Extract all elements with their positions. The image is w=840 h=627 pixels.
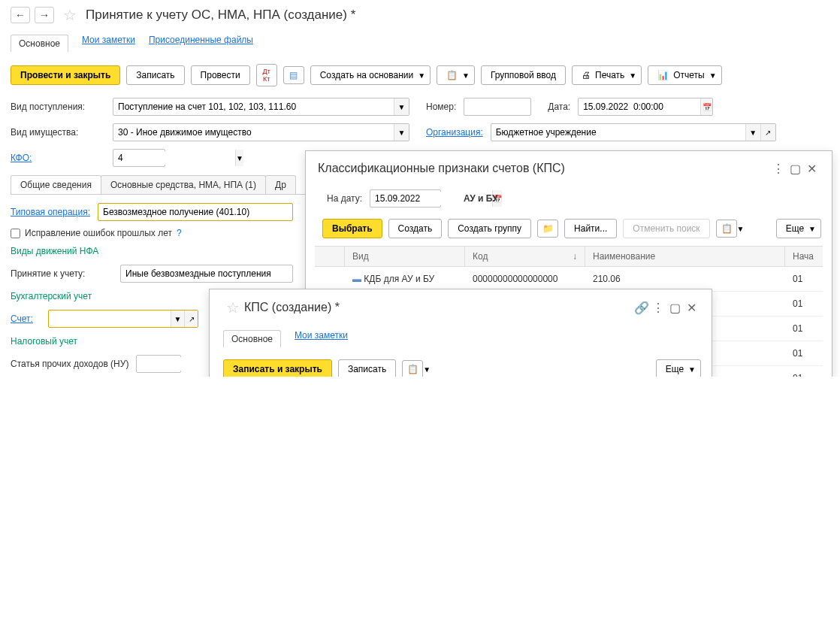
section-tab-general[interactable]: Общие сведения [11, 175, 101, 194]
kfo-dropdown[interactable]: ▼ [235, 150, 243, 166]
property-type-label: Вид имущества: [11, 127, 105, 138]
kps-create-group-button[interactable]: Создать группу [448, 219, 531, 238]
kps-more-button[interactable]: Еще▼ [776, 219, 821, 238]
date-picker[interactable]: 📅 [700, 98, 712, 115]
kps-date-label: На дату: [327, 193, 362, 204]
copy-icon: 📋 [446, 70, 458, 80]
kps-cancel-find-button[interactable]: Отменить поиск [623, 219, 709, 238]
kps-list-title: Классификационные признаки счетов (КПС) [318, 162, 565, 175]
col-type[interactable]: Вид [345, 247, 465, 266]
number-label: Номер: [426, 101, 456, 112]
receipt-type-dropdown[interactable]: ▼ [394, 98, 409, 115]
kps-copy-button[interactable]: 📋▼ [716, 220, 737, 238]
printer-icon: 🖨 [582, 70, 591, 80]
acceptance-label: Принятие к учету: [11, 268, 113, 279]
org-open[interactable]: ↗ [760, 124, 775, 141]
org-input[interactable] [491, 126, 745, 139]
print-button[interactable]: 🖨 Печать▼ [572, 65, 642, 85]
back-button[interactable]: ← [11, 7, 30, 23]
kps-find-button[interactable]: Найти... [564, 219, 617, 238]
col-name[interactable]: Наименование [585, 247, 785, 266]
property-type-input[interactable] [113, 126, 394, 139]
tab-attached[interactable]: Присоединенные файлы [149, 35, 253, 52]
kps-more2-button[interactable]: Еще▼ [656, 359, 701, 377]
star-icon[interactable]: ☆ [63, 6, 77, 24]
receipt-type-label: Вид поступления: [11, 101, 105, 112]
kps-tab-notes[interactable]: Мои заметки [295, 330, 348, 347]
property-type-dropdown[interactable]: ▼ [394, 124, 409, 141]
kps-create-link-icon[interactable]: 🔗 [633, 299, 650, 316]
kps-list-maximize-icon[interactable]: ▢ [787, 160, 803, 177]
copy-button[interactable]: 📋▼ [437, 65, 475, 85]
account-label[interactable]: Счет: [11, 314, 41, 324]
section-tab-other[interactable]: Др [265, 175, 296, 194]
page-title: Принятие к учету ОС, НМА, НПА (создание)… [86, 8, 355, 23]
org-label[interactable]: Организация: [426, 127, 483, 138]
kps-folder-icon[interactable]: 📁 [537, 220, 558, 238]
org-dropdown[interactable]: ▼ [745, 124, 760, 141]
list-icon[interactable]: ▤ [283, 66, 304, 84]
account-dropdown[interactable]: ▼ [171, 310, 184, 327]
account-input[interactable] [49, 312, 171, 326]
write-button[interactable]: Записать [126, 65, 184, 85]
receipt-type-input[interactable] [113, 100, 394, 114]
group-input-button[interactable]: Групповой ввод [481, 65, 566, 85]
execute-button[interactable]: Провести [191, 65, 250, 85]
kps-create-button[interactable]: Создать [388, 219, 443, 238]
kfo-label[interactable]: КФО: [11, 153, 105, 163]
execute-close-button[interactable]: Провести и закрыть [11, 65, 120, 85]
kps-create-menu-icon[interactable]: ⋮ [650, 299, 666, 316]
kps-list-close-icon[interactable]: ✕ [803, 160, 820, 177]
report-icon: 📊 [657, 70, 669, 80]
kps-create-close-icon[interactable]: ✕ [683, 299, 699, 316]
kps-create-panel: ☆ КПС (создание) * 🔗 ⋮ ▢ ✕ Основное Мои … [209, 289, 712, 377]
kps-create-maximize-icon[interactable]: ▢ [666, 299, 683, 316]
kps-create-star-icon[interactable]: ☆ [226, 298, 240, 317]
forward-button[interactable]: → [35, 7, 54, 23]
create-based-button[interactable]: Создать на основании▼ [310, 65, 431, 85]
kps-list-menu-icon[interactable]: ⋮ [770, 160, 787, 177]
col-start[interactable]: Нача [785, 247, 823, 266]
date-input[interactable] [579, 100, 700, 114]
tab-notes[interactable]: Мои заметки [82, 35, 135, 52]
account-open[interactable]: ↗ [184, 310, 198, 327]
number-input[interactable] [464, 98, 531, 116]
error-fix-checkbox[interactable] [11, 229, 20, 238]
kfo-input[interactable] [113, 151, 235, 165]
typical-op-label[interactable]: Типовая операция: [11, 207, 90, 217]
typical-op-input[interactable] [98, 205, 292, 219]
tab-main[interactable]: Основное [11, 35, 68, 52]
kps-write-close-button[interactable]: Записать и закрыть [223, 359, 332, 377]
kps-select-button[interactable]: Выбрать [322, 219, 382, 238]
kps-write-button[interactable]: Записать [338, 359, 396, 377]
error-fix-label: Исправление ошибок прошлых лет [25, 228, 172, 238]
kps-tab-main[interactable]: Основное [223, 330, 281, 347]
kps-copy2-button[interactable]: 📋▼ [402, 360, 423, 377]
help-icon[interactable]: ? [177, 228, 182, 238]
tax-article-label: Статья прочих доходов (НУ) [11, 359, 128, 369]
kps-create-title: КПС (создание) * [244, 301, 340, 314]
dt-kt-icon[interactable]: ДтКт [256, 64, 277, 86]
date-label: Дата: [548, 101, 570, 112]
col-code[interactable]: Код ↓ [465, 247, 585, 266]
reports-button[interactable]: 📊 Отчеты▼ [648, 65, 721, 85]
acceptance-input[interactable] [121, 267, 292, 280]
kps-scope: АУ и БУ [464, 193, 498, 204]
section-tab-assets[interactable]: Основные средства, НМА, НПА (1) [101, 175, 266, 194]
